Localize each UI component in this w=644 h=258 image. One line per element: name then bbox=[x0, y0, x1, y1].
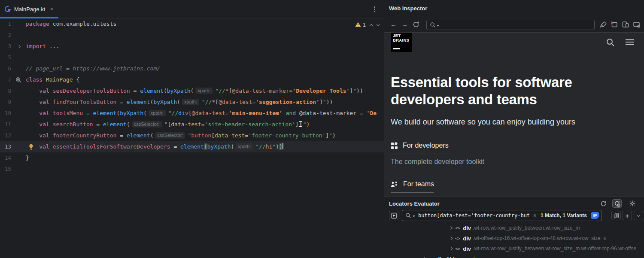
empty-gutter-icon bbox=[11, 164, 24, 175]
fold-gutter-icon[interactable] bbox=[11, 41, 24, 52]
inspections-widget[interactable]: 1 bbox=[355, 21, 380, 29]
element-tag: div bbox=[463, 235, 471, 242]
line-number: 8 bbox=[0, 85, 11, 97]
reload-page-icon[interactable] bbox=[413, 21, 419, 30]
address-bar-input[interactable] bbox=[426, 20, 595, 30]
editor-pane: MainPage.kt × 1package com.example.uites… bbox=[0, 0, 384, 258]
tab-mainpage[interactable]: MainPage.kt × bbox=[0, 0, 58, 18]
search-options-caret-icon[interactable] bbox=[437, 25, 439, 27]
web-inspector-header: Web Inspector bbox=[384, 0, 644, 17]
tree-row[interactable]: <>div#blog-posts bbox=[384, 254, 644, 258]
expand-chevron-icon[interactable] bbox=[449, 247, 453, 250]
developers-description: The complete developer toolkit bbox=[391, 158, 484, 166]
code-line-13[interactable]: 13 val essentialToolsForSoftwareDevelope… bbox=[0, 141, 384, 152]
code-line-5[interactable]: 5 bbox=[0, 52, 384, 63]
hamburger-menu-icon[interactable] bbox=[625, 39, 635, 47]
code-line-10[interactable]: 10 val toolsMenu = element(byXpath(xpath… bbox=[0, 108, 384, 119]
back-button[interactable]: ← bbox=[390, 21, 397, 28]
globe-gutter-icon[interactable] bbox=[11, 74, 24, 85]
empty-gutter-icon bbox=[11, 52, 24, 63]
device-settings-icon[interactable] bbox=[633, 21, 641, 30]
bulb-gutter-icon[interactable] bbox=[23, 141, 36, 152]
code-line-11[interactable]: 11 val searchButton = element(cssSelecto… bbox=[0, 119, 384, 130]
close-tab-icon[interactable]: × bbox=[50, 6, 53, 12]
code-line-15[interactable]: 15 bbox=[0, 164, 384, 175]
empty-gutter-icon bbox=[11, 97, 24, 108]
auto-refresh-icon[interactable] bbox=[612, 199, 622, 208]
clean-icon[interactable] bbox=[600, 21, 607, 30]
line-number: 11 bbox=[0, 119, 11, 130]
locator-query-input[interactable]: button[data-test='footer-country-button'… bbox=[402, 210, 602, 221]
settings-gear-icon[interactable] bbox=[628, 199, 637, 208]
tab-for-teams[interactable]: For teams bbox=[391, 180, 434, 193]
empty-gutter-icon bbox=[11, 108, 24, 119]
tree-row[interactable]: <>div.wt-row.wt-row_justify_between.wt-r… bbox=[384, 223, 644, 233]
pick-element-icon[interactable] bbox=[389, 211, 398, 220]
line-number: 14 bbox=[0, 152, 11, 164]
code-line-9[interactable]: 9 val findYourToolsButton = element(byXp… bbox=[0, 97, 384, 108]
code-lines: 1package com.example.uitests23import ...… bbox=[0, 18, 384, 175]
locator-query-text[interactable]: button[data-test='footer-country-button'… bbox=[418, 212, 529, 219]
teams-icon bbox=[391, 181, 398, 188]
locators-evaluator-panel: Locators Evaluator button[da bbox=[384, 197, 644, 258]
expand-panel-icon[interactable] bbox=[634, 211, 643, 220]
line-number: 12 bbox=[0, 130, 11, 141]
code-line-14[interactable]: 14} bbox=[0, 152, 384, 164]
tree-row[interactable]: <>div.wt-row.wt-row_justify_between.wt-r… bbox=[384, 243, 644, 254]
empty-gutter-icon bbox=[11, 85, 24, 97]
code-line-2[interactable]: 2 bbox=[0, 30, 384, 41]
element-id: #blog-posts bbox=[446, 256, 478, 258]
code-tag-icon: <> bbox=[455, 236, 460, 241]
browser-toolbar: ← → bbox=[384, 17, 644, 33]
code-line-7[interactable]: 7class MainPage { bbox=[0, 74, 384, 85]
prev-issue-icon[interactable] bbox=[370, 24, 373, 27]
expand-chevron-icon[interactable] bbox=[449, 226, 453, 230]
next-issue-icon[interactable] bbox=[377, 23, 380, 26]
element-classes: .wt-offset-top-16.wt-offset-top-sm-48.wt… bbox=[473, 235, 606, 241]
code-editor[interactable]: 1package com.example.uitests23import ...… bbox=[0, 18, 384, 258]
empty-gutter-icon bbox=[11, 152, 24, 164]
forward-button[interactable]: → bbox=[401, 21, 408, 28]
add-locator-button[interactable]: + bbox=[623, 211, 632, 220]
devices-icon[interactable] bbox=[622, 21, 629, 30]
tree-row[interactable]: <>div.wt-offset-top-16.wt-offset-top-sm-… bbox=[384, 233, 644, 243]
page-heading: Essential tools for software developers … bbox=[391, 74, 605, 108]
web-page-preview: JET BRAINS Essential tools for software … bbox=[384, 33, 644, 197]
clear-query-icon[interactable]: × bbox=[531, 212, 539, 219]
line-number: 7 bbox=[0, 74, 11, 85]
line-number: 5 bbox=[0, 52, 11, 63]
line-number: 6 bbox=[0, 63, 11, 74]
empty-gutter-icon bbox=[11, 63, 24, 74]
editor-tab-bar: MainPage.kt × bbox=[0, 0, 384, 18]
line-number: 3 bbox=[0, 41, 11, 52]
tab-title: MainPage.kt bbox=[14, 6, 45, 12]
close-page-icon[interactable] bbox=[611, 21, 618, 30]
code-line-3[interactable]: 3import ... bbox=[0, 41, 384, 52]
line-number: 9 bbox=[0, 97, 11, 108]
page-subheading: We build our software so you can enjoy b… bbox=[391, 118, 575, 127]
locator-results-tree: <>div.wt-row.wt-row_justify_between.wt-r… bbox=[384, 223, 644, 258]
code-line-12[interactable]: 12 val footerCountryButton = element(css… bbox=[0, 130, 384, 141]
search-history-caret-icon[interactable] bbox=[413, 216, 415, 217]
expand-chevron-icon[interactable] bbox=[449, 237, 453, 240]
code-tag-icon: <> bbox=[455, 225, 460, 231]
element-tag: div bbox=[463, 246, 471, 252]
code-line-6[interactable]: 6// page_url = https://www.jetbrains.com… bbox=[0, 63, 384, 74]
code-line-8[interactable]: 8 val seeDeveloperToolsButton = element(… bbox=[0, 85, 384, 97]
warning-icon bbox=[355, 22, 361, 28]
line-number: 13 bbox=[0, 141, 11, 152]
code-tag-icon: <> bbox=[428, 256, 433, 258]
copy-locator-icon[interactable] bbox=[611, 211, 621, 220]
refresh-icon[interactable] bbox=[598, 199, 608, 208]
site-search-icon[interactable] bbox=[606, 38, 615, 49]
web-inspector-pane: Web Inspector ← → bbox=[384, 0, 644, 258]
code-line-1[interactable]: 1package com.example.uitests bbox=[0, 18, 384, 30]
search-icon bbox=[430, 22, 436, 28]
jetbrains-logo[interactable]: JET BRAINS bbox=[391, 33, 412, 52]
tab-for-developers[interactable]: For developers bbox=[391, 142, 449, 154]
editor-options-kebab-icon[interactable] bbox=[371, 6, 378, 12]
empty-gutter-icon bbox=[11, 18, 24, 30]
show-variants-icon[interactable] bbox=[591, 212, 599, 219]
ide-window: MainPage.kt × 1package com.example.uites… bbox=[0, 0, 644, 258]
developers-icon bbox=[391, 142, 398, 149]
